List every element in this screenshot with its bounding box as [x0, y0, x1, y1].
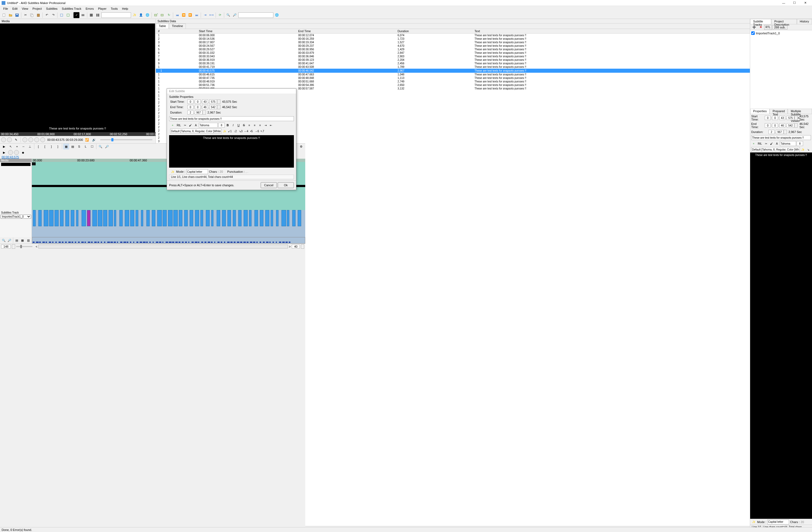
save-icon[interactable] [14, 12, 20, 18]
edit-media-icon[interactable]: ✎ [13, 137, 19, 143]
subtitle-block[interactable] [222, 210, 226, 226]
prop-start-spinner[interactable] [795, 116, 798, 120]
prop-size-input[interactable] [797, 141, 803, 146]
subtitle-block[interactable] [217, 210, 220, 226]
subtitle-block[interactable] [119, 210, 122, 226]
tl-right-spinner[interactable] [301, 244, 304, 249]
menu-edit[interactable]: Edit [10, 6, 20, 11]
undo-icon[interactable]: ↶ [44, 12, 50, 18]
tl-zoom-out-icon[interactable]: 🔎 [104, 143, 110, 150]
prop-rtl-button[interactable]: RtL [757, 141, 763, 146]
subtitle-block[interactable] [211, 210, 213, 226]
dlg-p1-icon[interactable]: ↙1 [228, 129, 232, 134]
mini-layout2-icon[interactable]: ▦ [20, 237, 25, 243]
dlg-size-input[interactable] [218, 123, 225, 128]
dlg-p6-icon[interactable]: →6 [255, 129, 259, 134]
dlg-end-spinner[interactable] [217, 105, 220, 109]
menu-project[interactable]: Project [30, 6, 44, 11]
prop-text-input[interactable] [751, 135, 811, 140]
tl-play2-icon[interactable]: ▶ [1, 150, 7, 155]
table-row[interactable]: 500:00:29.52700:00:30.9561,429These are … [156, 47, 750, 51]
menu-tools[interactable]: Tools [108, 6, 120, 11]
tab-table[interactable]: Table [156, 24, 169, 29]
loop-icon[interactable]: 🔁 [84, 137, 90, 143]
subtitle-block[interactable] [60, 210, 63, 226]
track-checkbox[interactable] [751, 31, 755, 35]
dlg-dur-ms[interactable] [195, 110, 202, 115]
tracks-list[interactable]: ImportedTrack1_0 [750, 30, 812, 109]
tl-bracket-r-icon[interactable]: ] [55, 143, 61, 150]
check-icon[interactable]: ✓ [73, 12, 79, 18]
tl-s-icon[interactable]: S [76, 143, 82, 150]
tl-play-icon[interactable]: ▶ [1, 143, 7, 150]
subtitle-block[interactable] [103, 210, 107, 226]
dlg-style-combo[interactable] [170, 129, 221, 134]
paste-icon[interactable] [35, 12, 41, 18]
tl-zoom-input[interactable] [1, 244, 11, 249]
dlg-bold-icon[interactable]: B [225, 123, 230, 128]
subtitle-block[interactable] [249, 210, 251, 226]
subtitle-track-display[interactable] [32, 210, 305, 237]
menu-subtitles-track[interactable]: Subtitles Track [60, 6, 84, 11]
dlg-strike-icon[interactable]: S [242, 123, 246, 128]
subtitle-block[interactable] [292, 210, 295, 226]
prop-paint-icon[interactable]: 🖌 [769, 141, 774, 146]
open-icon[interactable] [8, 12, 14, 18]
subtitle-block[interactable] [135, 210, 138, 226]
dlg-paint-icon[interactable]: 🖌 [188, 123, 193, 128]
tab-properties[interactable]: Properties [750, 109, 770, 114]
subtitle-block[interactable] [238, 210, 242, 226]
tl-marker-icon[interactable]: ◆ [20, 150, 26, 155]
prop-style-combo[interactable] [751, 147, 800, 152]
subtitle-block[interactable] [33, 210, 36, 226]
prop-mode-combo[interactable] [767, 520, 789, 524]
dlg-align-right-icon[interactable]: ≡ [258, 123, 263, 128]
dlg-align-left-icon[interactable]: ≡ [247, 123, 252, 128]
import-icon[interactable] [59, 12, 64, 18]
table-row[interactable]: 300:00:17.80700:00:19.3341,527These are … [156, 41, 750, 44]
tl-zoom-in-icon[interactable]: 🔍 [98, 143, 103, 150]
subtitle-block[interactable] [108, 210, 113, 226]
subtitle-block[interactable] [200, 210, 203, 226]
subtitle-block[interactable] [141, 210, 143, 226]
tl-move-icon[interactable]: ↔ [20, 143, 27, 150]
subtitle-block[interactable] [271, 210, 273, 226]
tl-gear-icon[interactable]: ⚙ [298, 143, 304, 150]
subtitle-block[interactable] [173, 210, 178, 226]
maximize-button[interactable]: ☐ [789, 0, 800, 6]
prop-end-ms[interactable] [787, 123, 794, 128]
prop-end-s[interactable] [779, 123, 785, 128]
subtitle-block[interactable] [244, 210, 248, 226]
subtitle-block[interactable] [195, 210, 199, 226]
edit-sub-icon[interactable] [159, 12, 165, 18]
prop-end-m[interactable] [772, 123, 778, 128]
menu-view[interactable]: View [20, 6, 30, 11]
dlg-end-ms[interactable] [209, 105, 217, 109]
dlg-italic-icon[interactable]: I [231, 123, 235, 128]
web-icon[interactable]: 🌐 [274, 12, 280, 18]
cut-icon[interactable]: ✂ [23, 12, 28, 18]
refresh-sub-icon[interactable]: ↻ [166, 12, 172, 18]
tab-project-desc[interactable]: Project Description [771, 19, 797, 24]
dlg-start-spinner[interactable] [217, 99, 220, 104]
tab-subtitle-tracks[interactable]: Subtitle Tracks [750, 19, 771, 24]
tracks-rtl-button[interactable]: RTL [764, 25, 772, 30]
subtitle-block[interactable] [157, 210, 162, 226]
subtitle-block[interactable] [152, 210, 155, 226]
subtitle-block[interactable] [184, 210, 188, 226]
table-row[interactable]: 200:00:14.53600:00:16.2591,723These are … [156, 37, 750, 41]
subtitle-block[interactable] [66, 210, 69, 226]
table-row[interactable]: 100:00:47.73500:00:48.8481,113These are … [156, 76, 750, 80]
tl-view1-icon[interactable]: ▦ [63, 143, 69, 150]
add-sub-icon[interactable]: + [153, 12, 159, 18]
dlg-outdent-icon[interactable]: ⇤ [269, 123, 273, 128]
dlg-add-icon[interactable]: + [170, 123, 175, 128]
tl-rec-button[interactable] [14, 150, 19, 155]
menu-errors[interactable]: Errors [84, 6, 96, 11]
dlg-p5-icon[interactable]: •5 [249, 129, 254, 134]
subtitle-block[interactable] [55, 210, 59, 226]
wave-sidebar-track[interactable] [1, 163, 30, 166]
add-track-icon[interactable]: ➕ [751, 24, 757, 30]
tab-prepared-text[interactable]: Prepared Text [770, 109, 788, 114]
dlg-start-m[interactable] [195, 99, 201, 104]
